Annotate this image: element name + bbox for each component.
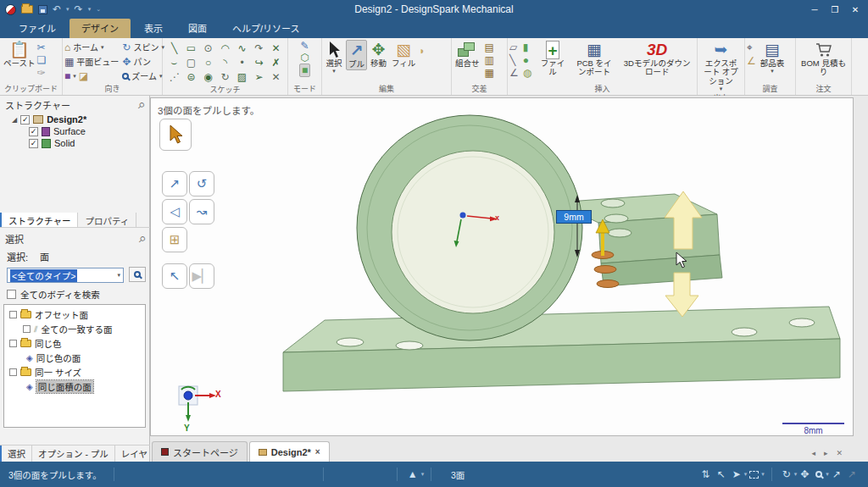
sketch-tangent-line-icon[interactable]: ⌣ <box>166 56 183 70</box>
search-all-bodies[interactable]: 全てのボディを検索 <box>0 283 150 304</box>
format-painter-icon[interactable]: ✑ <box>37 67 47 79</box>
expander-box[interactable] <box>9 311 17 318</box>
list-item[interactable]: ◈同じ色の面 <box>4 351 145 365</box>
expander-box[interactable] <box>9 368 17 376</box>
redo-icon[interactable]: ↷ <box>75 4 83 14</box>
project-face-icon[interactable]: ▦ <box>485 67 494 79</box>
sweep-button[interactable]: ↝ <box>189 199 214 224</box>
visibility-checkbox[interactable]: ✓ <box>29 127 38 136</box>
pin-icon[interactable]: ⚲ <box>136 100 147 111</box>
base-hole[interactable] <box>337 338 364 346</box>
select-cursor-icon[interactable]: ➤ <box>732 468 741 480</box>
insert-plane-icon[interactable]: ▱ <box>509 42 519 53</box>
wing-hole[interactable] <box>604 214 628 223</box>
zoom-status-icon[interactable] <box>815 471 822 478</box>
selected-face-orange[interactable] <box>594 266 616 274</box>
sketch-fillet-icon[interactable]: ↪ <box>251 56 268 70</box>
close-tab-icon[interactable]: × <box>315 447 320 457</box>
expand-dropdown-icon[interactable]: ▾ <box>421 471 425 478</box>
visibility-checkbox[interactable]: ✓ <box>29 139 38 148</box>
list-item[interactable]: オフセット面 <box>4 307 145 322</box>
sketch-arc-icon[interactable]: ◠ <box>217 42 234 56</box>
measure-icon[interactable]: ⌖ <box>747 42 756 53</box>
both-sides-button[interactable]: ⊞ <box>162 227 187 252</box>
pull-dimension-input[interactable]: 9mm <box>556 210 592 224</box>
cut-icon[interactable]: ✂ <box>37 42 47 53</box>
next-face-button[interactable]: ▶▏ <box>189 263 214 289</box>
angle-icon[interactable]: ∠ <box>747 55 756 67</box>
save-icon[interactable] <box>38 5 47 14</box>
tab-design2[interactable]: Design2* × <box>249 441 330 462</box>
updown-icon[interactable]: ⇅ <box>702 468 710 480</box>
redo-dropdown-icon[interactable]: ▾ <box>88 6 92 13</box>
tab-design[interactable]: デザイン <box>70 19 131 38</box>
tree-item-surface[interactable]: ✓ Surface <box>0 125 149 137</box>
minimize-button[interactable]: ─ <box>805 3 824 16</box>
expander-box[interactable] <box>23 325 31 333</box>
sketch-split-icon[interactable]: ✗ <box>268 56 285 70</box>
solid-mode-icon[interactable]: ■ <box>299 64 310 77</box>
bom-quote-button[interactable]: BOM 見積もり <box>799 40 849 78</box>
bom-table-button[interactable]: ▤ 部品表▾ <box>759 40 787 75</box>
sketch-project-icon[interactable]: ▨ <box>234 70 251 85</box>
zoom-button[interactable]: ズーム▾ <box>122 69 164 83</box>
sketch-construction-line-icon[interactable]: ⋰ <box>166 70 183 85</box>
tab-scroll-left-icon[interactable]: ◂ <box>811 449 815 457</box>
pull-tool-button[interactable]: ↗ プル <box>346 40 367 70</box>
tab-properties[interactable]: プロパティ <box>78 213 136 227</box>
select-tool-button[interactable]: 選択▾ <box>324 40 344 75</box>
expander-box[interactable] <box>9 340 17 347</box>
tree-root-design2[interactable]: ◢ ✓ Design2* <box>0 113 149 125</box>
blend-icon[interactable]: ◗ <box>419 40 425 57</box>
pull-straight-button[interactable]: ↗ <box>162 171 187 196</box>
expander-icon[interactable]: ◢ <box>12 116 17 124</box>
export-options-button[interactable]: ➥ エクスポート オプション▾ <box>700 40 743 93</box>
tab-structure[interactable]: ストラクチャー <box>0 213 78 227</box>
sketch-delete-icon[interactable]: ✕ <box>268 70 285 85</box>
move-tool-button[interactable]: ✥ 移動 <box>369 40 388 69</box>
insert-shell-icon[interactable]: ◍ <box>523 67 531 79</box>
expand-panel-icon[interactable]: ▲ <box>408 468 418 480</box>
pin-icon[interactable]: ⚲ <box>136 234 147 245</box>
search-all-checkbox[interactable] <box>7 290 16 299</box>
tab-close-icon[interactable]: ✕ <box>836 449 843 457</box>
base-hole[interactable] <box>789 318 815 327</box>
insert-cylinder-icon[interactable]: ▮ <box>523 42 531 53</box>
selection-type-combo[interactable]: <全てのタイプ>▾ <box>7 268 124 283</box>
base-hole[interactable] <box>732 328 757 336</box>
escape-cursor-icon[interactable]: ↖ <box>717 468 726 480</box>
maximize-button[interactable]: ❒ <box>826 3 844 16</box>
sketch-plane-icon[interactable]: ◪ <box>79 70 88 82</box>
tab-scroll-right-icon[interactable]: ▸ <box>824 449 828 457</box>
wing-hole[interactable] <box>608 229 632 237</box>
bore-face[interactable] <box>392 151 554 313</box>
draft-button[interactable]: ◁ <box>162 199 187 224</box>
pcb-import-button[interactable]: ▦ PCB をインポート <box>574 40 615 78</box>
view-cube-button[interactable]: ■▾◪ <box>64 69 119 83</box>
sketch-arc3pt-icon[interactable]: ↻ <box>217 70 234 85</box>
sketch-circle-icon[interactable]: ⊙ <box>200 42 217 56</box>
pan-button[interactable]: ✥パン <box>122 54 164 69</box>
base-hole[interactable] <box>396 341 423 350</box>
qat-customize-icon[interactable]: ⌄ <box>96 6 101 13</box>
split-face-icon[interactable]: ▥ <box>485 54 494 66</box>
combine-button[interactable]: 組合せ <box>453 40 481 69</box>
pull-to-button[interactable]: ↖ <box>162 263 187 289</box>
sketch-ellipse-icon[interactable]: ⊜ <box>183 70 200 85</box>
sketch-spline-icon[interactable]: ∿ <box>234 42 251 56</box>
list-item[interactable]: ⫽全ての一致する面 <box>4 322 145 336</box>
tab-start-page[interactable]: スタートページ <box>152 441 248 462</box>
sketch-mode-icon[interactable]: ✎ <box>300 40 309 52</box>
open-file-icon[interactable] <box>21 5 33 14</box>
tab-drawing[interactable]: 図面 <box>176 19 219 38</box>
sketch-line-icon[interactable]: ╲ <box>166 42 183 56</box>
wing-hole[interactable] <box>601 199 625 208</box>
insert-origin-icon[interactable]: ∠ <box>509 67 519 79</box>
list-item[interactable]: 同一 サイズ <box>4 365 145 379</box>
plan-view-button[interactable]: ▦平面ビュー <box>64 54 119 69</box>
fill-tool-button[interactable]: ▧ フィル <box>390 40 417 69</box>
app-logo-icon[interactable] <box>5 4 16 15</box>
sketch-chamfer-icon[interactable]: ➢ <box>251 70 268 85</box>
list-item[interactable]: 同じ色 <box>4 336 145 351</box>
tree-item-solid[interactable]: ✓ Solid <box>0 137 149 149</box>
